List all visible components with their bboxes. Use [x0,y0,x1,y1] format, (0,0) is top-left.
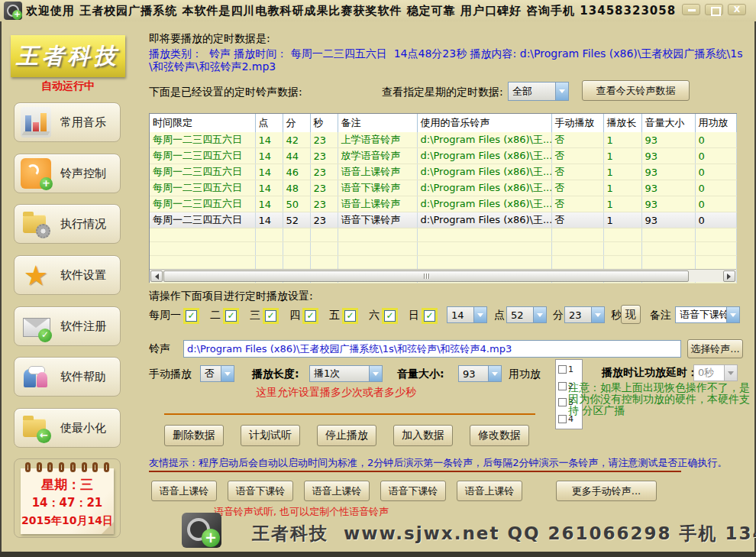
voice-ring-button[interactable]: 语音下课铃 [380,481,446,501]
volume-value: 93 [459,368,488,380]
more-manual-rings-button[interactable]: 更多手动铃声... [556,481,657,501]
table-row[interactable]: 每周一二三四五六日144823语音下课铃声d:\Program Files (x… [150,180,736,196]
table-cell: 语音上课铃声 [338,164,417,180]
set-now-button[interactable]: 现 [621,305,641,324]
amplifier-checkbox[interactable] [558,398,567,406]
table-row[interactable]: 每周一二三四五六日144223上学语音铃声d:\Program Files (x… [150,132,736,148]
star-icon [21,260,51,290]
horizontal-scrollbar[interactable] [150,269,736,282]
minimize-button[interactable] [682,4,700,15]
second-select[interactable]: 23 [564,306,605,323]
voice-ring-button[interactable]: 语音上课铃 [151,481,217,501]
volume-select[interactable]: 93 [458,365,502,382]
table-row[interactable]: 每周一二三四五六日144623语音上课铃声d:\Program Files (x… [150,164,736,180]
scroll-right-arrow[interactable] [723,270,735,282]
brand-logo: 王者科技 [11,35,125,77]
manual-play-select[interactable]: 否 [200,365,234,382]
sidebar-item-ring-control[interactable]: 铃声控制 [14,154,121,193]
plan-preview-button[interactable]: 计划试听 [241,425,300,446]
table-cell: 14 [255,196,283,212]
column-header[interactable]: 点 [255,114,283,132]
delete-data-button[interactable]: 删除数据 [164,425,224,446]
second-value: 23 [565,309,591,321]
table-cell: 93 [641,212,695,228]
sidebar-item-common-music[interactable]: 常用音乐 [14,102,121,142]
table-cell: 42 [283,132,310,148]
list-heading: 下面是已经设置的定时铃声数据: [149,86,302,99]
table-cell: 93 [641,132,695,148]
column-header[interactable]: 用功放 [695,114,736,132]
voice-ring-button[interactable]: 语音上课铃 [457,481,522,501]
column-header[interactable]: 分 [283,114,310,132]
table-cell: 93 [641,148,695,164]
table-cell: 46 [283,164,310,180]
app-window: 欢迎使用 王者校园广播系统 本软件是四川电教科研成果比赛获奖软件 稳定可靠 用户… [0,0,756,557]
sidebar-item-execution[interactable]: 执行情况 [14,204,121,244]
sidebar-item-minimize[interactable]: ← 使最小化 [14,408,121,448]
calendar-date: 2015年10月14日 [21,514,114,528]
scroll-left-arrow[interactable] [150,270,163,282]
column-header[interactable]: 音量大小 [641,114,695,132]
add-data-button[interactable]: 加入数据 [393,425,453,446]
amp-delay-select[interactable]: 0秒 [693,364,738,381]
calendar-widget: 星期：三 14：47：21 2015年10月14日 [14,458,121,538]
weekday-filter-select[interactable]: 全部 [508,82,569,101]
upcoming-detail: 播放类别： 铃声 播放时间： 每周一二三四五六日 14点48分23秒 播放内容:… [149,47,743,73]
voice-ring-button[interactable]: 语音上课铃 [304,481,370,501]
ring-path-input[interactable] [183,340,681,358]
amplifier-checkbox[interactable] [558,415,567,423]
table-row[interactable]: 每周一二三四五六日145223语音下课铃声d:\Program Files (x… [150,212,736,228]
sidebar-item-register[interactable]: 软件注册 [14,306,121,346]
minute-select[interactable]: 52 [506,306,547,323]
table-cell: 0 [695,196,736,212]
people-chat-icon [21,361,51,392]
remark-select[interactable]: 语音下课铃声 [675,306,740,323]
voice-ring-button[interactable]: 语音下课铃 [228,481,293,501]
table-cell: 14 [255,212,283,228]
table-row[interactable]: 每周一二三四五六日145023语音上课铃声d:\Program Files (x… [150,196,736,212]
play-length-value: 播1次 [310,367,369,381]
column-header[interactable]: 使用的音乐铃声 [417,114,551,132]
title-bar: 欢迎使用 王者校园广播系统 本软件是四川电教科研成果比赛获奖软件 稳定可靠 用户… [0,0,756,21]
play-length-select[interactable]: 播1次 [309,365,383,382]
filter-label: 查看指定星期的定时数据: [382,86,503,99]
table-cell: d:\Program Files (x86)\王... [417,164,551,180]
table-cell: 语音上课铃声 [338,196,417,212]
sidebar-item-settings[interactable]: 软件设置 [14,255,121,295]
chevron-down-icon [369,366,382,381]
setup-heading: 请操作下面项目进行定时播放设置: [149,290,313,303]
table-cell: 否 [551,148,603,164]
table-cell: 23 [310,196,338,212]
auto-run-status: 自动运行中 [11,79,125,93]
chevron-down-icon [533,307,546,322]
hour-select[interactable]: 14 [447,306,487,323]
sidebar-item-help[interactable]: 软件帮助 [14,357,121,397]
column-header[interactable]: 备注 [338,114,417,132]
chevron-down-icon [221,366,234,381]
minute-label: 分 [553,309,564,322]
close-button[interactable]: X [728,4,746,15]
table-cell: 1 [603,212,641,228]
chevron-down-icon [591,307,604,322]
voice-ring-hint: 语音铃声试听, 也可以定制个性语音铃声 [214,505,389,519]
modify-data-button[interactable]: 修改数据 [470,425,529,446]
table-row[interactable]: 每周一二三四五六日144423放学语音铃声d:\Program Files (x… [150,148,736,164]
amp-delay-label: 播放时让功放延时： [602,366,698,380]
mail-check-icon [21,311,51,342]
column-header[interactable]: 时间限定 [150,114,255,132]
view-today-rings-button[interactable]: 查看今天铃声数据 [582,80,690,101]
column-header[interactable]: 播放长 [603,114,641,132]
table-cell: 0 [695,212,736,228]
stop-play-button[interactable]: 停止播放 [317,425,376,446]
amplifier-checkbox[interactable] [558,365,567,374]
amplifier-checkbox[interactable] [558,382,567,390]
scrollbar-thumb[interactable] [163,270,689,282]
table-cell: 否 [551,180,603,196]
minute-value: 52 [507,309,533,321]
sidebar-item-label: 常用音乐 [60,115,106,130]
column-header[interactable]: 手动播放 [551,114,603,132]
speaker-add-icon [182,513,221,548]
column-header[interactable]: 秒 [310,114,338,132]
maximize-button[interactable] [705,4,723,15]
choose-ring-button[interactable]: 选择铃声... [687,339,743,358]
